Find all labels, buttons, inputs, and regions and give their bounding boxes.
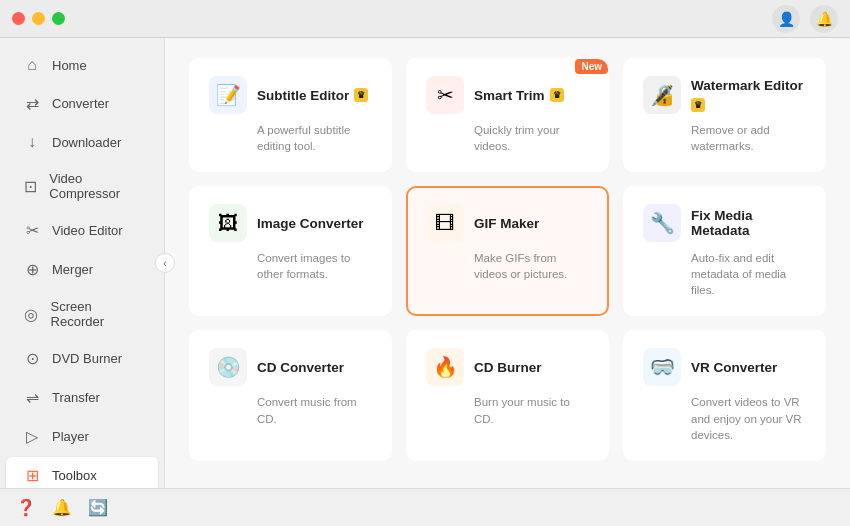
tool-icon-gif-maker: 🎞 bbox=[426, 204, 464, 242]
minimize-button[interactable] bbox=[32, 12, 45, 25]
tool-icon-cd-converter: 💿 bbox=[209, 348, 247, 386]
sidebar-item-dvd-burner[interactable]: ⊙ DVD Burner bbox=[6, 340, 158, 377]
bottom-bar: ❓ 🔔 🔄 bbox=[0, 488, 850, 526]
bell-icon[interactable]: 🔔 bbox=[810, 5, 838, 33]
tool-icon-subtitle-editor: 📝 bbox=[209, 76, 247, 114]
bell-bottom-icon[interactable]: 🔔 bbox=[52, 498, 72, 517]
sidebar-label-video-compressor: Video Compressor bbox=[49, 171, 142, 201]
sidebar-icon-player: ▷ bbox=[22, 427, 42, 446]
tool-desc-cd-converter: Convert music from CD. bbox=[209, 394, 372, 426]
sidebar-icon-video-editor: ✂ bbox=[22, 221, 42, 240]
tool-icon-image-converter: 🖼 bbox=[209, 204, 247, 242]
sidebar-icon-downloader: ↓ bbox=[22, 133, 42, 151]
sidebar-item-merger[interactable]: ⊕ Merger bbox=[6, 251, 158, 288]
sidebar-label-merger: Merger bbox=[52, 262, 93, 277]
tool-desc-subtitle-editor: A powerful subtitle editing tool. bbox=[209, 122, 372, 154]
tool-card-fix-media-metadata[interactable]: 🔧 Fix Media Metadata Auto-fix and edit m… bbox=[623, 186, 826, 316]
sidebar-item-converter[interactable]: ⇄ Converter bbox=[6, 85, 158, 122]
sidebar-icon-dvd-burner: ⊙ bbox=[22, 349, 42, 368]
tool-card-header-smart-trim: ✂ Smart Trim ♛ bbox=[426, 76, 589, 114]
tool-card-header-vr-converter: 🥽 VR Converter bbox=[643, 348, 806, 386]
tool-card-header-image-converter: 🖼 Image Converter bbox=[209, 204, 372, 242]
sidebar-item-toolbox[interactable]: ⊞ Toolbox bbox=[6, 457, 158, 488]
sidebar-icon-merger: ⊕ bbox=[22, 260, 42, 279]
sidebar-item-player[interactable]: ▷ Player bbox=[6, 418, 158, 455]
tool-card-vr-converter[interactable]: 🥽 VR Converter Convert videos to VR and … bbox=[623, 330, 826, 460]
sidebar-icon-converter: ⇄ bbox=[22, 94, 42, 113]
tool-icon-smart-trim: ✂ bbox=[426, 76, 464, 114]
tool-title-smart-trim: Smart Trim ♛ bbox=[474, 88, 564, 103]
tool-desc-smart-trim: Quickly trim your videos. bbox=[426, 122, 589, 154]
tool-card-smart-trim[interactable]: New ✂ Smart Trim ♛ Quickly trim your vid… bbox=[406, 58, 609, 172]
tool-card-gif-maker[interactable]: 🎞 GIF Maker Make GIFs from videos or pic… bbox=[406, 186, 609, 316]
tool-title-watermark-editor: Watermark Editor ♛ bbox=[691, 78, 806, 112]
tool-card-subtitle-editor[interactable]: 📝 Subtitle Editor ♛ A powerful subtitle … bbox=[189, 58, 392, 172]
sidebar-label-player: Player bbox=[52, 429, 89, 444]
sidebar: ⌂ Home ⇄ Converter ↓ Downloader ⊡ Video … bbox=[0, 38, 165, 488]
tool-card-header-gif-maker: 🎞 GIF Maker bbox=[426, 204, 589, 242]
sidebar-icon-video-compressor: ⊡ bbox=[22, 177, 39, 196]
tool-card-header-watermark-editor: 🔏 Watermark Editor ♛ bbox=[643, 76, 806, 114]
tool-desc-fix-media-metadata: Auto-fix and edit metadata of media file… bbox=[643, 250, 806, 298]
sidebar-label-downloader: Downloader bbox=[52, 135, 121, 150]
sidebar-icon-screen-recorder: ◎ bbox=[22, 305, 41, 324]
tool-icon-cd-burner: 🔥 bbox=[426, 348, 464, 386]
tool-grid: 📝 Subtitle Editor ♛ A powerful subtitle … bbox=[189, 58, 826, 461]
tool-card-header-fix-media-metadata: 🔧 Fix Media Metadata bbox=[643, 204, 806, 242]
sidebar-item-home[interactable]: ⌂ Home bbox=[6, 47, 158, 83]
title-bar-icons: 👤 🔔 bbox=[772, 5, 838, 33]
sidebar-wrapper: ⌂ Home ⇄ Converter ↓ Downloader ⊡ Video … bbox=[0, 38, 165, 488]
tool-desc-cd-burner: Burn your music to CD. bbox=[426, 394, 589, 426]
sidebar-label-converter: Converter bbox=[52, 96, 109, 111]
new-badge: New bbox=[575, 59, 608, 74]
feedback-icon[interactable]: 🔄 bbox=[88, 498, 108, 517]
close-button[interactable] bbox=[12, 12, 25, 25]
sidebar-label-toolbox: Toolbox bbox=[52, 468, 97, 483]
tool-card-cd-converter[interactable]: 💿 CD Converter Convert music from CD. bbox=[189, 330, 392, 460]
crown-badge: ♛ bbox=[550, 88, 564, 102]
sidebar-icon-toolbox: ⊞ bbox=[22, 466, 42, 485]
content-area: 📝 Subtitle Editor ♛ A powerful subtitle … bbox=[165, 38, 850, 488]
tool-card-image-converter[interactable]: 🖼 Image Converter Convert images to othe… bbox=[189, 186, 392, 316]
tool-title-subtitle-editor: Subtitle Editor ♛ bbox=[257, 88, 368, 103]
tool-card-header-cd-burner: 🔥 CD Burner bbox=[426, 348, 589, 386]
sidebar-icon-transfer: ⇌ bbox=[22, 388, 42, 407]
sidebar-item-video-editor[interactable]: ✂ Video Editor bbox=[6, 212, 158, 249]
tool-title-image-converter: Image Converter bbox=[257, 216, 364, 231]
tool-card-header-cd-converter: 💿 CD Converter bbox=[209, 348, 372, 386]
sidebar-item-screen-recorder[interactable]: ◎ Screen Recorder bbox=[6, 290, 158, 338]
sidebar-label-screen-recorder: Screen Recorder bbox=[51, 299, 142, 329]
crown-badge: ♛ bbox=[354, 88, 368, 102]
tool-desc-vr-converter: Convert videos to VR and enjoy on your V… bbox=[643, 394, 806, 442]
sidebar-label-home: Home bbox=[52, 58, 87, 73]
tool-title-vr-converter: VR Converter bbox=[691, 360, 777, 375]
tool-title-fix-media-metadata: Fix Media Metadata bbox=[691, 208, 806, 238]
tool-card-watermark-editor[interactable]: 🔏 Watermark Editor ♛ Remove or add water… bbox=[623, 58, 826, 172]
tool-icon-vr-converter: 🥽 bbox=[643, 348, 681, 386]
title-bar: 👤 🔔 bbox=[0, 0, 850, 38]
sidebar-label-transfer: Transfer bbox=[52, 390, 100, 405]
tool-icon-watermark-editor: 🔏 bbox=[643, 76, 681, 114]
tool-title-cd-converter: CD Converter bbox=[257, 360, 344, 375]
sidebar-item-transfer[interactable]: ⇌ Transfer bbox=[6, 379, 158, 416]
help-icon[interactable]: ❓ bbox=[16, 498, 36, 517]
tool-title-gif-maker: GIF Maker bbox=[474, 216, 539, 231]
sidebar-label-dvd-burner: DVD Burner bbox=[52, 351, 122, 366]
main-layout: ⌂ Home ⇄ Converter ↓ Downloader ⊡ Video … bbox=[0, 38, 850, 488]
maximize-button[interactable] bbox=[52, 12, 65, 25]
sidebar-item-video-compressor[interactable]: ⊡ Video Compressor bbox=[6, 162, 158, 210]
crown-badge: ♛ bbox=[691, 98, 705, 112]
sidebar-icon-home: ⌂ bbox=[22, 56, 42, 74]
tool-card-cd-burner[interactable]: 🔥 CD Burner Burn your music to CD. bbox=[406, 330, 609, 460]
user-icon[interactable]: 👤 bbox=[772, 5, 800, 33]
traffic-lights bbox=[12, 12, 65, 25]
tool-icon-fix-media-metadata: 🔧 bbox=[643, 204, 681, 242]
tool-desc-gif-maker: Make GIFs from videos or pictures. bbox=[426, 250, 589, 282]
tool-title-cd-burner: CD Burner bbox=[474, 360, 542, 375]
sidebar-item-downloader[interactable]: ↓ Downloader bbox=[6, 124, 158, 160]
tool-card-header-subtitle-editor: 📝 Subtitle Editor ♛ bbox=[209, 76, 372, 114]
tool-desc-watermark-editor: Remove or add watermarks. bbox=[643, 122, 806, 154]
sidebar-label-video-editor: Video Editor bbox=[52, 223, 123, 238]
sidebar-collapse-button[interactable]: ‹ bbox=[155, 253, 175, 273]
tool-desc-image-converter: Convert images to other formats. bbox=[209, 250, 372, 282]
